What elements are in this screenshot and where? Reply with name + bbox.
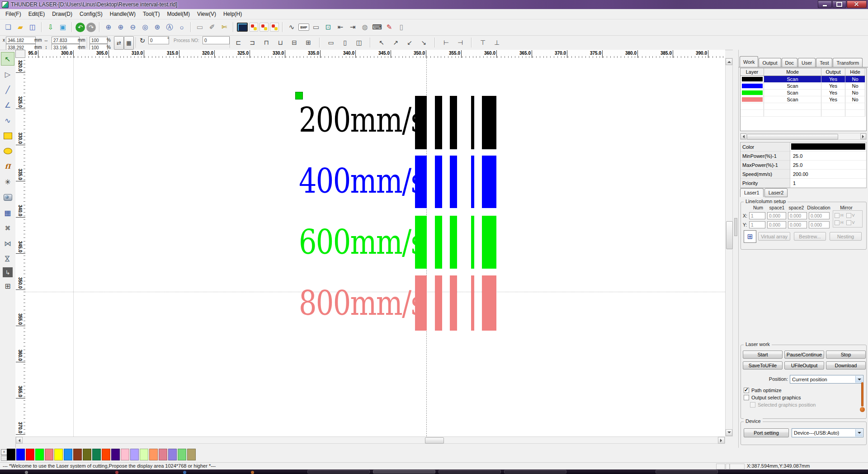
- array-field[interactable]: 0.000: [809, 212, 830, 219]
- scrollbar-thumb[interactable]: [726, 221, 733, 249]
- tool-draw-line[interactable]: ╱: [1, 83, 14, 96]
- tab-test[interactable]: Test: [816, 58, 832, 67]
- property-row[interactable]: Color: [741, 142, 866, 152]
- palette-color-swatch[interactable]: [187, 449, 196, 460]
- weld-icon[interactable]: ◍: [359, 22, 370, 33]
- test-bar[interactable]: [482, 96, 496, 149]
- checkbox-path-optimize[interactable]: Path optimize: [744, 387, 816, 394]
- menu-item-draw[interactable]: Draw(D): [48, 10, 76, 18]
- menu-item-config[interactable]: Config(S): [76, 10, 106, 18]
- mirror-checkbox[interactable]: [846, 220, 851, 225]
- palette-color-swatch[interactable]: [54, 449, 63, 460]
- array-field[interactable]: 1: [749, 212, 765, 219]
- zoom-all-icon[interactable]: ⊛: [152, 22, 163, 33]
- same-size-icon[interactable]: ◫: [354, 39, 364, 46]
- curve-smooth-icon[interactable]: ∿: [286, 22, 297, 33]
- rotate-icon[interactable]: ↻: [138, 37, 146, 44]
- palette-color-swatch[interactable]: [178, 449, 186, 460]
- test-bar[interactable]: [435, 156, 442, 208]
- dock-right-icon[interactable]: ⊣: [455, 39, 465, 46]
- tab-output[interactable]: Output: [759, 58, 781, 67]
- zoom-in-icon[interactable]: ⊕: [115, 22, 126, 33]
- preview-icon[interactable]: [237, 23, 248, 32]
- test-bar[interactable]: [450, 216, 457, 269]
- palette-color-swatch[interactable]: [45, 449, 53, 460]
- tool-draw-curve[interactable]: ∿: [1, 114, 14, 127]
- angle-field[interactable]: 0: [148, 36, 169, 44]
- save-file-icon[interactable]: ◫: [27, 22, 38, 33]
- align-center-h-icon[interactable]: ⊟: [289, 39, 299, 46]
- speed-label[interactable]: 800mm/s: [299, 287, 425, 319]
- test-bar[interactable]: [415, 96, 427, 149]
- tool-draw-polyline[interactable]: ∠: [1, 98, 14, 112]
- dock-top-icon[interactable]: ⊤: [478, 39, 488, 46]
- layer-row[interactable]: ScanYesNo: [741, 83, 866, 90]
- scroll-left-button[interactable]: [741, 133, 746, 139]
- canvas-vertical-scrollbar[interactable]: [725, 58, 733, 436]
- array-field[interactable]: 0.000: [788, 212, 807, 219]
- button-stop[interactable]: Stop: [826, 351, 866, 359]
- measure-icon[interactable]: ▯: [396, 22, 407, 33]
- position-select[interactable]: Current position: [790, 375, 863, 384]
- test-bar[interactable]: [471, 96, 474, 149]
- node-tool-icon[interactable]: ⊡: [323, 22, 334, 33]
- test-bar[interactable]: [471, 216, 474, 269]
- taskbar-icon[interactable]: [115, 471, 118, 474]
- output-simulate-3-icon[interactable]: [270, 23, 279, 32]
- control-panel-icon[interactable]: ⌨: [372, 22, 382, 33]
- no-color-button[interactable]: x: [1, 449, 7, 455]
- lock-ratio-button[interactable]: ⇄: [114, 36, 124, 50]
- output-simulate-1-icon[interactable]: [249, 23, 258, 32]
- bmp-tool-icon[interactable]: BMP: [298, 24, 309, 31]
- tool-array-copy[interactable]: ⊞: [1, 279, 14, 293]
- menu-item-file[interactable]: File(F): [2, 10, 25, 18]
- array-field[interactable]: 0.000: [767, 212, 786, 219]
- tool-draw-text[interactable]: fI: [1, 160, 14, 173]
- same-height-icon[interactable]: ▯: [340, 39, 350, 46]
- chevron-down-icon[interactable]: [855, 376, 863, 383]
- panel-splitter[interactable]: [733, 50, 738, 449]
- redo-icon[interactable]: ↷: [86, 23, 96, 32]
- zoom-page-icon[interactable]: ◎: [140, 22, 151, 33]
- taskbar-icon[interactable]: [183, 471, 186, 474]
- splitter-grip[interactable]: [734, 218, 737, 236]
- menu-item-view[interactable]: View(V): [193, 10, 220, 18]
- taskbar-icon[interactable]: [25, 471, 28, 474]
- test-bar[interactable]: [482, 216, 496, 269]
- canvas-horizontal-scrollbar[interactable]: [15, 436, 725, 444]
- move-bottom-left-icon[interactable]: ↙: [405, 39, 415, 46]
- menu-item-handle[interactable]: Handle(W): [106, 10, 139, 18]
- tool-draw-point[interactable]: ✳: [1, 175, 14, 189]
- palette-color-swatch[interactable]: [111, 449, 120, 460]
- speed-label[interactable]: 400mm/s: [299, 165, 425, 197]
- test-bar[interactable]: [450, 96, 457, 149]
- minimize-button[interactable]: [818, 0, 832, 8]
- same-width-icon[interactable]: ▭: [326, 39, 336, 46]
- rect-check-icon[interactable]: ▭: [311, 22, 321, 33]
- tab-user[interactable]: User: [798, 58, 816, 67]
- palette-color-swatch[interactable]: [92, 449, 101, 460]
- size-table-button[interactable]: ▦: [124, 36, 134, 50]
- array-field[interactable]: 0.000: [809, 221, 830, 228]
- button-ufileoutput[interactable]: UFileOutput: [784, 361, 824, 370]
- new-file-icon[interactable]: ❏: [3, 22, 14, 33]
- palette-color-swatch[interactable]: [73, 449, 82, 460]
- test-bar[interactable]: [450, 156, 457, 208]
- palette-color-swatch[interactable]: [83, 449, 91, 460]
- tool-draw-rectangle[interactable]: [1, 129, 14, 142]
- maximize-button[interactable]: [832, 0, 846, 8]
- palette-color-swatch[interactable]: [16, 449, 25, 460]
- tab-laser1[interactable]: Laser1: [740, 188, 764, 197]
- speed-label[interactable]: 200mm/s: [299, 104, 425, 136]
- tool-mirror-horizontal[interactable]: ⋈: [1, 237, 14, 250]
- zoom-reset-icon[interactable]: ○: [176, 22, 187, 33]
- taskbar-button[interactable]: [373, 470, 435, 474]
- v-distance-icon[interactable]: ⇥: [347, 22, 358, 33]
- select-region-icon[interactable]: ▭: [194, 22, 205, 33]
- h-distance-icon[interactable]: ⇤: [335, 22, 346, 33]
- property-row[interactable]: Priority1: [741, 179, 866, 188]
- scroll-up-button[interactable]: [726, 58, 732, 65]
- align-center-v-icon[interactable]: ⊞: [303, 39, 313, 46]
- tool-delete[interactable]: ✖: [1, 221, 14, 235]
- tool-set-origin[interactable]: ↳: [3, 267, 13, 277]
